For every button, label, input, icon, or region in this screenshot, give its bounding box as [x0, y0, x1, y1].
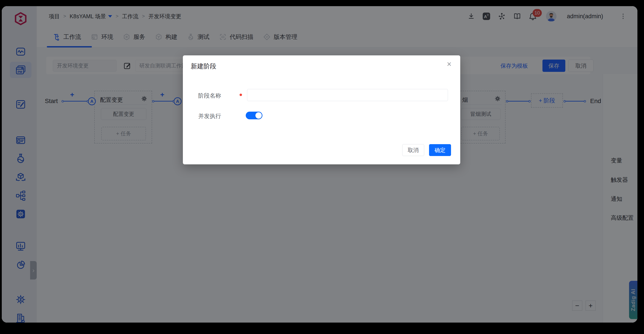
app-window: PM › — [2, 6, 638, 322]
parallel-exec-label: 并发执行 — [198, 112, 221, 120]
new-stage-modal: 新建阶段 × 阶段名称 并发执行 取消 确定 — [183, 55, 460, 164]
device-frame: PM › — [0, 0, 644, 334]
stage-name-input[interactable] — [247, 89, 448, 101]
toggle-knob — [256, 112, 262, 119]
modal-title: 新建阶段 — [191, 62, 216, 71]
stage-name-label: 阶段名称 — [198, 92, 221, 100]
modal-cancel-button[interactable]: 取消 — [402, 144, 424, 156]
parallel-exec-toggle[interactable] — [246, 112, 262, 119]
modal-confirm-button[interactable]: 确定 — [429, 144, 451, 156]
modal-backdrop[interactable] — [2, 6, 638, 322]
required-marker — [240, 94, 242, 96]
close-icon[interactable]: × — [447, 60, 452, 68]
